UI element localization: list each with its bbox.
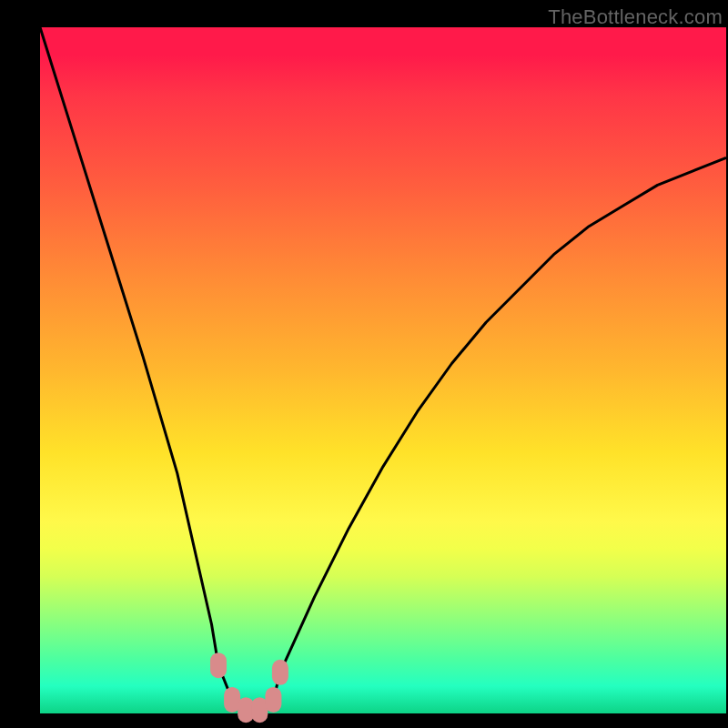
marker-group xyxy=(210,652,288,723)
attribution-label: TheBottleneck.com xyxy=(548,5,723,29)
bottleneck-curve xyxy=(40,27,726,713)
chart-overlay xyxy=(40,27,726,713)
curve-marker xyxy=(272,660,288,685)
curve-marker xyxy=(210,652,227,678)
curve-marker xyxy=(265,687,281,713)
